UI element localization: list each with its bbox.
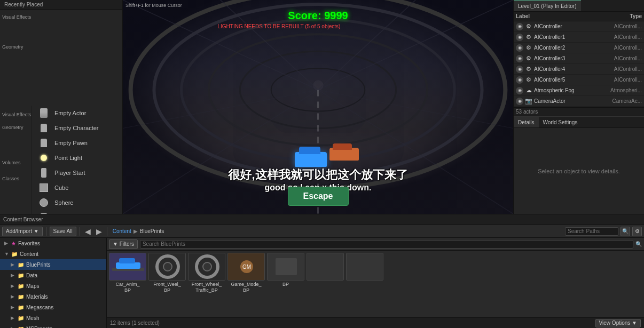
actor-type: AIControll...: [599, 45, 642, 51]
traffic-car: [329, 148, 359, 161]
visibility-icon[interactable]: ◉: [516, 98, 523, 105]
folder-icon: ★: [11, 241, 16, 246]
breadcrumb-blueprints[interactable]: BluePrints: [140, 228, 164, 234]
item-player-start[interactable]: Player Start: [32, 165, 122, 180]
actor-row-aicontroller2[interactable]: ◉ ⚙ AIController2 AIControll...: [514, 43, 644, 53]
view-options-button[interactable]: View Options ▼: [595, 319, 641, 327]
tree-mesh[interactable]: ▶ 📁 Mesh: [0, 313, 106, 323]
forward-button[interactable]: ▶: [95, 227, 104, 236]
back-button[interactable]: ◀: [83, 227, 92, 236]
right-panel: Level_01 (Play In Editor) Label Type ◉ ⚙…: [513, 0, 644, 214]
empty-pawn-label: Empty Pawn: [54, 140, 88, 146]
asset-game-mode[interactable]: GM Game_Mode_BP: [227, 253, 265, 293]
visibility-icon[interactable]: ◉: [516, 44, 523, 52]
actor-name: AIController: [534, 23, 599, 29]
actor-row-aicontroller3[interactable]: ◉ ⚙ AIController3 AIControll...: [514, 53, 644, 64]
tree-maps[interactable]: ▶ 📁 Maps: [0, 281, 106, 291]
item-empty-pawn[interactable]: Empty Pawn: [32, 135, 122, 150]
lighting-warning: LIGHTING NEEDS TO BE REBUILT (5 of 5 obj…: [217, 23, 340, 29]
asset-name: Front_Wheel_Traffic_BP: [188, 282, 225, 293]
svg-rect-34: [347, 253, 383, 281]
score-display: Score: 9999: [288, 10, 348, 22]
asset-extra2[interactable]: [307, 253, 344, 282]
car-anim-preview: [109, 253, 146, 281]
escape-button[interactable]: Escape: [287, 187, 348, 206]
folder-label: Mesh: [26, 315, 39, 321]
asset-front-wheel[interactable]: Front_Weel_BP: [148, 253, 186, 293]
toolbar-separator3: [107, 227, 107, 236]
item-point-light[interactable]: Point Light: [32, 150, 122, 165]
asset-extra1[interactable]: BP: [267, 253, 304, 287]
visibility-icon[interactable]: ◉: [516, 23, 523, 30]
tree-blueprints[interactable]: ▶ 📁 BluePrints: [0, 259, 106, 270]
visibility-icon[interactable]: ◉: [516, 66, 523, 73]
visibility-icon[interactable]: ◉: [516, 55, 523, 62]
tree-megascans[interactable]: ▶ 📁 Megascans: [0, 302, 106, 313]
actor-row-aicontroller5[interactable]: ◉ ⚙ AIController5 AIControll...: [514, 75, 644, 85]
search-paths-button[interactable]: 🔍: [621, 227, 630, 236]
character-icon: [41, 124, 47, 132]
settings-button[interactable]: ⚙: [632, 227, 642, 236]
item-cube[interactable]: Cube: [32, 180, 122, 195]
outliner-list: ◉ ⚙ AIController AIControll... ◉ ⚙ AICon…: [514, 21, 644, 107]
folder-label: Maps: [26, 283, 39, 289]
pawn-icon: [41, 139, 47, 147]
asset-thumb: [267, 253, 304, 281]
asset-name: Front_Weel_BP: [148, 282, 186, 293]
asset-search-icon: 🔍: [635, 241, 642, 247]
details-tab[interactable]: Details: [514, 117, 539, 127]
expand-icon: ▶: [11, 315, 16, 321]
viewport-hint: Shift+F1 for Mouse Cursor: [125, 3, 182, 8]
folder-icon: 📁: [18, 262, 24, 268]
visibility-icon[interactable]: ◉: [516, 76, 523, 84]
folder-tree: ▶ ★ Favorites ▼ 📁 Content ▶ 📁 BluePrints…: [0, 238, 107, 328]
content-browser-toolbar: Add/Import ▼ Save All ◀ ▶ Content ▶ Blue…: [0, 225, 644, 238]
item-cylinder[interactable]: Cylinder: [32, 210, 122, 214]
filters-button[interactable]: ▼ Filters: [109, 239, 138, 249]
visibility-icon[interactable]: ◉: [516, 34, 523, 41]
folder-label: Content: [20, 251, 38, 257]
cylinder-icon: [41, 213, 47, 214]
item-empty-character[interactable]: Empty Character: [32, 121, 122, 135]
item-sphere[interactable]: Sphere: [32, 195, 122, 210]
folder-icon: 📁: [18, 326, 24, 329]
actor-row-aicontroller4[interactable]: ◉ ⚙ AIController4 AIControll...: [514, 64, 644, 75]
toolbar-separator: [46, 227, 46, 236]
expand-icon: ▼: [4, 251, 10, 257]
tree-content[interactable]: ▼ 📁 Content: [0, 249, 106, 259]
actor-row-aicontroller1[interactable]: ◉ ⚙ AIController1 AIControll...: [514, 32, 644, 43]
asset-car-anim[interactable]: Car_Anim_BP: [109, 253, 146, 293]
item-empty-actor[interactable]: Empty Actor: [32, 106, 122, 121]
save-all-button[interactable]: Save All: [50, 227, 76, 236]
viewport[interactable]: Score: 9999 LIGHTING NEEDS TO BE REBUILT…: [123, 0, 513, 214]
world-settings-tab[interactable]: World Settings: [539, 117, 582, 127]
visibility-icon[interactable]: ◉: [516, 87, 523, 94]
actor-row-camera[interactable]: ◉ 📷 CameraActor CameraAc...: [514, 96, 644, 107]
outliner-tab[interactable]: Level_01 (Play In Editor): [514, 0, 581, 11]
folder-icon: 📁: [18, 273, 24, 278]
breadcrumb-content[interactable]: Content: [113, 228, 131, 234]
asset-extra3[interactable]: [346, 253, 383, 282]
actor-row-aicontroller[interactable]: ◉ ⚙ AIController AIControll...: [514, 21, 644, 32]
add-import-button[interactable]: Add/Import ▼: [2, 227, 43, 236]
asset-search-input[interactable]: [140, 240, 633, 249]
asset-name: BP: [267, 282, 304, 287]
folder-icon: 📁: [11, 251, 18, 257]
section-visual-effects: Visual Effects: [0, 107, 32, 123]
asset-thumb: [148, 253, 186, 281]
svg-rect-32: [276, 258, 297, 275]
search-paths-input[interactable]: [565, 227, 618, 236]
tree-mspreset[interactable]: ▶ 📁 MSPresets: [0, 323, 106, 328]
actor-type: AIControll...: [599, 23, 642, 29]
actor-name: AIController5: [534, 77, 599, 83]
tree-materials[interactable]: ▶ 📁 Materials: [0, 291, 106, 302]
tree-data[interactable]: ▶ 📁 Data: [0, 270, 106, 281]
actor-row-atmosfog[interactable]: ◉ ☁ Atmospheric Fog Atmospheri...: [514, 85, 644, 96]
asset-front-wheel-traffic[interactable]: Front_Wheel_Traffic_BP: [188, 253, 225, 293]
asset-name: Car_Anim_BP: [109, 282, 146, 293]
tree-favorites[interactable]: ▶ ★ Favorites: [0, 238, 106, 249]
toolbar-separator2: [80, 227, 80, 236]
footer-right: View Options ▼: [595, 319, 641, 327]
empty-actor-label: Empty Actor: [54, 110, 86, 116]
section-volumes: Volumes: [0, 155, 32, 171]
